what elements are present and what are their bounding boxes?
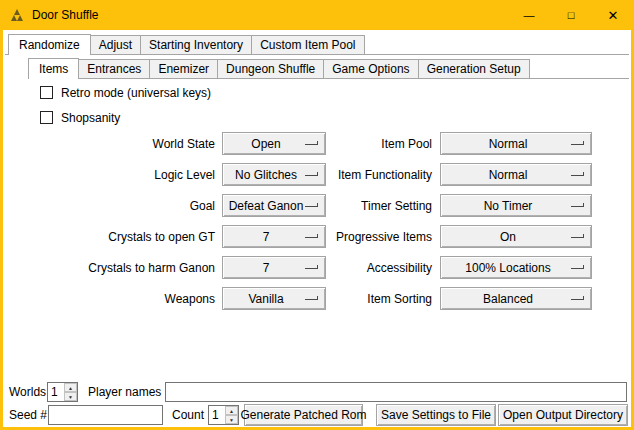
option-row: Logic Level No Glitches Item Functionali… [3,159,631,190]
goal-dropdown[interactable]: Defeat Ganon [222,194,326,217]
spinner-arrows: ▲ ▼ [64,383,77,401]
tab-enemizer[interactable]: Enemizer [149,59,218,78]
shopsanity-label: Shopsanity [61,111,120,125]
spin-down-icon[interactable]: ▼ [64,392,77,401]
dropdown-indicator-icon [305,265,318,269]
player-names-input[interactable] [165,382,627,402]
tab-generation-setup[interactable]: Generation Setup [418,59,530,78]
outer-notebook-border [5,54,629,55]
crystals-harm-ganon-dropdown[interactable]: 7 [222,256,326,279]
retro-mode-row: Retro mode (universal keys) [40,85,211,100]
tab-starting-inventory[interactable]: Starting Inventory [140,35,252,54]
app-triforce-icon[interactable] [9,7,25,23]
dropdown-indicator-icon [305,234,318,238]
generate-patched-rom-button[interactable]: Generate Patched Rom [244,404,363,426]
item-sorting-label: Item Sorting [326,292,432,306]
seed-label: Seed # [9,408,47,422]
dropdown-indicator-icon [571,234,584,238]
goal-label: Goal [33,199,215,213]
minimize-icon[interactable]: — [508,0,550,30]
item-functionality-label: Item Functionality [326,168,432,182]
option-row: Crystals to open GT 7 Progressive Items … [3,221,631,252]
item-sorting-value: Balanced [483,292,549,306]
logic-level-dropdown[interactable]: No Glitches [222,163,326,186]
accessibility-value: 100% Locations [465,261,566,275]
timer-setting-label: Timer Setting [326,199,432,213]
tab-entrances[interactable]: Entrances [78,59,150,78]
option-row: Crystals to harm Ganon 7 Accessibility 1… [3,252,631,283]
tab-game-options[interactable]: Game Options [323,59,418,78]
maximize-icon[interactable]: □ [550,0,592,30]
dropdown-indicator-icon [305,141,318,145]
world-state-dropdown[interactable]: Open [222,132,326,155]
tab-dungeon-shuffle[interactable]: Dungeon Shuffle [217,59,324,78]
accessibility-dropdown[interactable]: 100% Locations [440,256,592,279]
crystals-open-gt-value: 7 [263,230,286,244]
crystals-open-gt-label: Crystals to open GT [33,230,215,244]
count-label: Count [172,408,204,422]
retro-mode-checkbox[interactable] [40,86,53,99]
progressive-items-label: Progressive Items [326,230,432,244]
world-state-value: Open [251,137,296,151]
spin-up-icon[interactable]: ▲ [225,406,238,415]
logic-level-label: Logic Level [33,168,215,182]
window-content: Randomize Adjust Starting Inventory Cust… [3,30,631,427]
item-pool-dropdown[interactable]: Normal [440,132,592,155]
open-output-directory-button[interactable]: Open Output Directory [498,404,628,426]
dropdown-indicator-icon [571,296,584,300]
weapons-dropdown[interactable]: Vanilla [222,287,326,310]
inner-notebook-border [28,78,629,79]
dropdown-indicator-icon [571,141,584,145]
timer-setting-value: No Timer [484,199,549,213]
item-functionality-dropdown[interactable]: Normal [440,163,592,186]
tab-randomize[interactable]: Randomize [8,34,91,55]
timer-setting-dropdown[interactable]: No Timer [440,194,592,217]
crystals-open-gt-dropdown[interactable]: 7 [222,225,326,248]
option-row: World State Open Item Pool Normal [3,128,631,159]
dropdown-indicator-icon [305,203,318,207]
weapons-value: Vanilla [248,292,299,306]
item-pool-label: Item Pool [326,137,432,151]
tab-adjust[interactable]: Adjust [90,35,141,54]
progressive-items-dropdown[interactable]: On [440,225,592,248]
titlebar[interactable]: Door Shuffle — □ ✕ [0,0,634,30]
shopsanity-row: Shopsanity [40,110,120,125]
option-row: Goal Defeat Ganon Timer Setting No Timer [3,190,631,221]
dropdown-indicator-icon [305,172,318,176]
dropdown-indicator-icon [571,265,584,269]
randomize-tab-bar: Items Entrances Enemizer Dungeon Shuffle… [28,58,530,78]
dropdown-indicator-icon [305,296,318,300]
item-sorting-dropdown[interactable]: Balanced [440,287,592,310]
spin-up-icon[interactable]: ▲ [64,383,77,392]
seed-input[interactable] [48,405,163,425]
spin-down-icon[interactable]: ▼ [225,415,238,424]
worlds-spinner[interactable]: 1 ▲ ▼ [47,382,78,402]
retro-mode-label: Retro mode (universal keys) [61,86,211,100]
tab-custom-item-pool[interactable]: Custom Item Pool [251,35,364,54]
spinner-arrows: ▲ ▼ [225,406,238,424]
count-spinner[interactable]: 1 ▲ ▼ [208,405,239,425]
close-icon[interactable]: ✕ [592,0,634,30]
option-row: Weapons Vanilla Item Sorting Balanced [3,283,631,314]
app-window: Door Shuffle — □ ✕ Randomize Adjust Star… [0,0,634,430]
caption-buttons: — □ ✕ [508,0,634,30]
dropdown-indicator-icon [571,172,584,176]
crystals-harm-ganon-label: Crystals to harm Ganon [33,261,215,275]
options-grid: World State Open Item Pool Normal Logic … [3,128,631,314]
worlds-label: Worlds [9,385,46,399]
dropdown-indicator-icon [571,203,584,207]
main-tab-bar: Randomize Adjust Starting Inventory Cust… [8,34,365,54]
player-names-label: Player names [88,385,161,399]
accessibility-label: Accessibility [326,261,432,275]
world-state-label: World State [33,137,215,151]
window-title: Door Shuffle [32,8,99,22]
shopsanity-checkbox[interactable] [40,111,53,124]
worlds-value: 1 [48,383,64,401]
weapons-label: Weapons [33,292,215,306]
save-settings-button[interactable]: Save Settings to File [376,404,496,426]
item-functionality-value: Normal [489,168,544,182]
count-value: 1 [209,406,225,424]
tab-items[interactable]: Items [28,58,79,79]
crystals-harm-ganon-value: 7 [263,261,286,275]
item-pool-value: Normal [489,137,544,151]
